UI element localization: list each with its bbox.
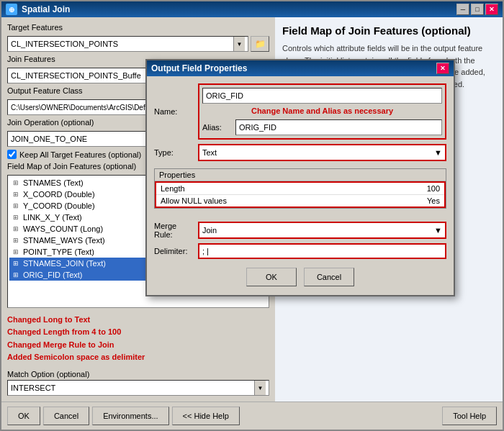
delimiter-row: Delimiter: [154, 243, 446, 259]
help-title: Field Map of Join Features (optional) [282, 24, 495, 37]
null-row: Allow NULL values Yes [156, 195, 444, 207]
properties-header: Properties [155, 169, 446, 181]
field-item-stnames-join-label: STNAMES_JOIN (Text) [23, 259, 106, 268]
match-option-value: INTERSECT [11, 384, 55, 392]
type-row: Type: Text ▼ [154, 144, 446, 161]
expand-icon-ycoord: ⊞ [11, 201, 21, 211]
dialog-body: Name: Change Name and Alias as necessary… [147, 76, 454, 295]
dialog-title-bar: Output Field Properties ✕ [147, 60, 454, 76]
expand-icon-wayscount: ⊞ [11, 224, 21, 234]
expand-icon-linkxy: ⊞ [11, 212, 21, 222]
expand-icon-stname-ways: ⊞ [11, 235, 21, 245]
expand-icon-stnames-join: ⊞ [11, 258, 21, 268]
delimiter-input[interactable] [198, 243, 446, 259]
join-features-value: CL_INTERSECTION_POINTS_Buffe [11, 71, 141, 80]
spatial-join-window: ⊕ Spatial Join ─ □ ✕ Target Features CL_… [0, 0, 504, 431]
alias-label-inner: Alias: [202, 123, 231, 132]
length-key: Length [161, 184, 427, 193]
join-operation-value: JOIN_ONE_TO_ONE [11, 135, 87, 143]
ok-button[interactable]: OK [7, 407, 40, 425]
field-item-stname-ways-label: STNAME_WAYS (Text) [23, 236, 105, 245]
null-val: Yes [427, 196, 440, 205]
merge-rule-arrow: ▼ [434, 226, 442, 235]
alias-input[interactable] [235, 119, 442, 135]
expand-icon-point-type: ⊞ [11, 247, 21, 257]
cancel-button[interactable]: Cancel [43, 407, 89, 425]
merge-rule-value: Join [202, 226, 217, 235]
dialog-ok-button[interactable]: OK [246, 268, 297, 286]
length-row: Length 100 [156, 183, 444, 195]
merge-rule-label: Merge Rule: [154, 222, 194, 239]
annotation-2: Changed Length from 4 to 100 [7, 326, 269, 339]
properties-content: Length 100 Allow NULL values Yes [155, 181, 446, 208]
field-item-stnames-label: STNAMES (Text) [23, 178, 84, 187]
field-item-xcoord-label: X_COORD (Double) [23, 190, 95, 199]
dialog-title: Output Field Properties [151, 63, 247, 73]
delimiter-field [198, 243, 446, 259]
annotation-3: Changed Merge Rule to Join [7, 339, 269, 352]
match-option-label: Match Option (optional) [7, 370, 269, 378]
delimiter-label: Delimiter: [154, 247, 194, 255]
annotation-1: Changed Long to Text [7, 314, 269, 327]
name-input[interactable] [202, 88, 442, 104]
keep-all-target-label: Keep All Target Features (optional) [19, 150, 141, 159]
output-field-properties-dialog: Output Field Properties ✕ Name: Change N… [145, 59, 455, 296]
target-features-label: Target Features [7, 23, 269, 32]
annotation-area: Changed Long to Text Changed Length from… [7, 314, 269, 364]
type-field: Text ▼ [198, 144, 446, 161]
target-features-folder[interactable]: 📁 [251, 36, 269, 52]
merge-rule-row: Merge Rule: Join ▼ [154, 222, 446, 239]
type-label: Type: [154, 148, 194, 157]
field-item-point-type-label: POINT_TYPE (Text) [23, 248, 94, 256]
name-field: Change Name and Alias as necessary Alias… [198, 83, 446, 140]
field-item-wayscount-label: WAYS_COUNT (Long) [23, 224, 103, 233]
expand-icon-orig-fid: ⊞ [11, 270, 21, 280]
name-row: Name: Change Name and Alias as necessary… [154, 83, 446, 140]
tool-help-button[interactable]: Tool Help [442, 407, 497, 425]
keep-all-target-checkbox[interactable] [7, 150, 17, 159]
expand-icon-xcoord: ⊞ [11, 189, 21, 199]
type-combo[interactable]: Text ▼ [198, 144, 446, 161]
window-title: Spatial Join [22, 4, 70, 14]
field-item-linkxy-label: LINK_X_Y (Text) [23, 213, 82, 222]
properties-section: Properties Length 100 Allow NULL values … [154, 168, 446, 209]
target-features-row: CL_INTERSECTION_POINTS ▼ 📁 [7, 36, 269, 52]
environments-button[interactable]: Environments... [92, 407, 168, 425]
match-option-arrow: ▼ [254, 381, 266, 395]
name-label: Name: [154, 107, 194, 116]
merge-rule-field: Join ▼ [198, 222, 446, 239]
type-combo-arrow: ▼ [434, 148, 442, 157]
match-option-section: Match Option (optional) INTERSECT ▼ [7, 370, 269, 396]
target-features-combo[interactable]: CL_INTERSECTION_POINTS ▼ [7, 36, 248, 52]
dialog-close-button[interactable]: ✕ [436, 63, 449, 74]
hide-help-button[interactable]: << Hide Help [172, 407, 240, 425]
match-option-row: INTERSECT ▼ [7, 380, 269, 396]
null-key: Allow NULL values [161, 196, 427, 205]
length-val: 100 [427, 184, 440, 193]
alias-row-inner: Alias: [202, 119, 442, 135]
target-features-arrow: ▼ [233, 37, 245, 51]
target-features-value: CL_INTERSECTION_POINTS [11, 40, 118, 48]
title-bar-controls: ─ □ ✕ [456, 4, 498, 15]
merge-rule-combo[interactable]: Join ▼ [198, 222, 446, 239]
annotation-4: Added Semicolon space as delimiter [7, 351, 269, 364]
type-value: Text [202, 148, 217, 157]
field-item-orig-fid-label: ORIG_FID (Text) [23, 271, 83, 279]
title-bar: ⊕ Spatial Join ─ □ ✕ [1, 1, 503, 17]
bottom-buttons: OK Cancel Environments... << Hide Help T… [1, 401, 503, 430]
name-hint: Change Name and Alias as necessary [202, 106, 442, 115]
field-item-ycoord-label: Y_COORD (Double) [23, 201, 95, 210]
window-icon: ⊕ [6, 4, 17, 15]
minimize-button[interactable]: ─ [456, 4, 469, 15]
match-option-combo[interactable]: INTERSECT ▼ [7, 380, 269, 396]
dialog-cancel-button[interactable]: Cancel [304, 268, 354, 286]
close-button[interactable]: ✕ [485, 4, 498, 15]
dialog-buttons: OK Cancel [154, 263, 446, 288]
name-alias-group: Change Name and Alias as necessary Alias… [198, 83, 446, 140]
maximize-button[interactable]: □ [471, 4, 484, 15]
expand-icon-stnames: ⊞ [11, 178, 21, 188]
separator [154, 213, 446, 217]
